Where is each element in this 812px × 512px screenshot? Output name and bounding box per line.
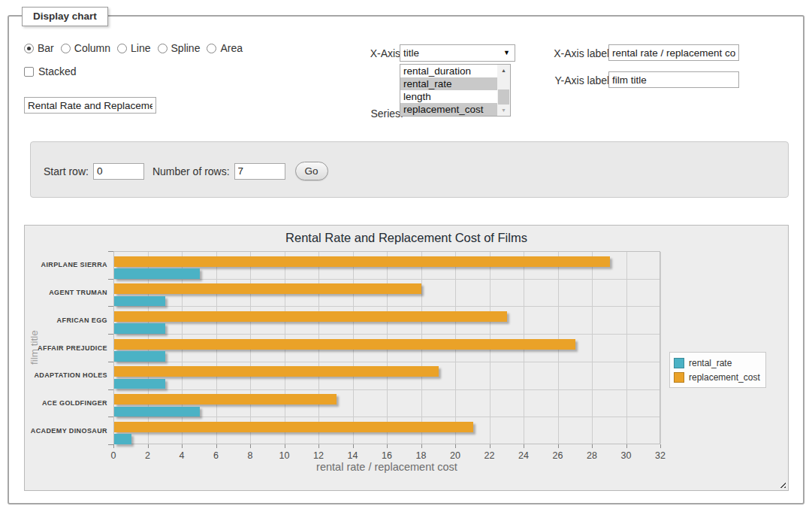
chart-legend: rental_ratereplacement_cost xyxy=(669,352,766,388)
bar-replacement_cost-african-egg xyxy=(114,311,507,322)
y-category-label: AGENT TRUMAN xyxy=(28,289,107,296)
x-tick-mark xyxy=(182,444,183,448)
bar-rental_rate-affair-prejudice xyxy=(114,351,165,362)
x-tick-mark xyxy=(318,444,319,448)
gridline xyxy=(114,362,660,362)
bar-replacement_cost-adaptation-holes xyxy=(114,366,439,377)
gridline xyxy=(660,252,661,444)
chart-title: Rental Rate and Replacement Cost of Film… xyxy=(25,231,788,245)
y-tick-mark xyxy=(108,279,113,280)
x-tick-mark xyxy=(490,444,491,448)
y-axis-label-input[interactable] xyxy=(608,71,739,88)
x-tick-mark xyxy=(216,444,217,448)
bar-replacement_cost-airplane-sierra xyxy=(114,256,610,267)
listbox-option-rental_rate[interactable]: rental_rate xyxy=(400,77,497,90)
x-tick-label: 8 xyxy=(237,450,263,461)
chart-type-option-bar[interactable]: Bar xyxy=(24,42,54,54)
listbox-option-replacement_cost[interactable]: replacement_cost xyxy=(400,103,497,116)
gridline xyxy=(114,417,660,417)
fieldset-legend: Display chart xyxy=(22,7,108,26)
x-axis-field-label: X-Axis: xyxy=(328,47,403,59)
x-axis-select[interactable]: title ▼ xyxy=(400,44,515,62)
x-tick-label: 12 xyxy=(306,450,331,461)
y-axis-title: film title xyxy=(29,330,40,365)
chart-type-option-line[interactable]: Line xyxy=(117,42,150,54)
scroll-thumb[interactable] xyxy=(498,89,509,105)
x-tick-mark xyxy=(113,444,114,448)
gridline xyxy=(626,252,627,444)
display-chart-fieldset: Display chart BarColumnLineSplineArea St… xyxy=(8,15,804,504)
x-tick-mark xyxy=(148,444,149,448)
x-tick-mark xyxy=(250,444,251,448)
x-axis-label-input[interactable] xyxy=(608,44,739,61)
x-tick-label: 28 xyxy=(579,450,605,461)
y-tick-mark xyxy=(108,417,113,417)
x-tick-label: 18 xyxy=(409,450,434,461)
radio-icon[interactable] xyxy=(158,44,168,53)
bar-rental_rate-agent-truman xyxy=(114,296,165,307)
chart-type-option-spline[interactable]: Spline xyxy=(158,42,201,54)
x-tick-label: 4 xyxy=(169,450,195,461)
chart-title-input[interactable] xyxy=(24,97,156,114)
legend-item: rental_rate xyxy=(674,356,760,370)
y-tick-mark xyxy=(108,334,113,335)
gridline xyxy=(592,252,593,444)
chart-type-radio-group: BarColumnLineSplineArea xyxy=(24,42,243,54)
rows-controls: Start row: Number of rows: Go xyxy=(44,162,328,180)
chart-type-label: Area xyxy=(220,42,243,54)
y-tick-mark xyxy=(108,251,113,252)
stacked-checkbox-row[interactable]: Stacked xyxy=(24,65,77,77)
go-button[interactable]: Go xyxy=(295,162,328,180)
x-tick-label: 24 xyxy=(511,450,536,461)
chart-panel: Rental Rate and Replacement Cost of Film… xyxy=(24,225,789,491)
x-axis-select-value: title xyxy=(403,47,419,59)
listbox-scrollbar[interactable]: ▲ ▼ xyxy=(497,65,510,116)
chart-type-option-column[interactable]: Column xyxy=(61,42,110,54)
start-row-input[interactable] xyxy=(93,163,144,180)
bar-rental_rate-academy-dinosaur xyxy=(114,434,131,444)
y-category-label: AFRICAN EGG xyxy=(28,317,107,324)
bar-replacement_cost-ace-goldfinger xyxy=(114,394,337,404)
x-axis-label-field-label: X-Axis label: xyxy=(533,47,612,59)
x-tick-mark xyxy=(524,444,524,448)
x-tick-mark xyxy=(285,444,285,448)
chevron-down-icon: ▼ xyxy=(503,50,510,56)
legend-swatch-rental_rate xyxy=(674,358,684,368)
y-axis-label-field-label: Y-Axis label: xyxy=(533,74,612,86)
x-tick-label: 30 xyxy=(614,450,639,461)
stacked-checkbox[interactable] xyxy=(24,67,34,77)
x-tick-label: 14 xyxy=(340,450,366,461)
series-listbox[interactable]: rental_durationrental_ratelengthreplacem… xyxy=(400,64,511,117)
x-tick-mark xyxy=(558,444,559,448)
num-rows-label: Number of rows: xyxy=(152,165,230,177)
chart-type-option-area[interactable]: Area xyxy=(207,42,243,54)
radio-icon[interactable] xyxy=(207,44,216,53)
radio-icon[interactable] xyxy=(117,44,127,53)
series-listbox-items: rental_durationrental_ratelengthreplacem… xyxy=(400,65,497,116)
plot-area xyxy=(113,251,660,444)
listbox-option-length[interactable]: length xyxy=(400,90,497,103)
num-rows-input[interactable] xyxy=(234,163,285,180)
scroll-down-icon[interactable]: ▼ xyxy=(497,105,510,116)
legend-label: rental_rate xyxy=(689,358,732,368)
legend-item: replacement_cost xyxy=(674,370,760,384)
rows-panel: Start row: Number of rows: Go xyxy=(30,141,789,198)
x-axis-title: rental rate / replacement cost xyxy=(113,461,660,473)
chart-type-label: Spline xyxy=(171,42,201,54)
y-category-label: ACE GOLDFINGER xyxy=(28,399,107,407)
scroll-up-icon[interactable]: ▲ xyxy=(497,65,510,76)
x-tick-label: 6 xyxy=(204,450,229,461)
y-tick-mark xyxy=(108,362,113,362)
resize-handle-icon[interactable] xyxy=(777,480,786,488)
chart-type-label: Bar xyxy=(38,42,54,54)
gridline xyxy=(114,334,660,335)
x-tick-label: 20 xyxy=(442,450,468,461)
listbox-option-rental_duration[interactable]: rental_duration xyxy=(400,65,497,77)
radio-icon[interactable] xyxy=(61,44,71,53)
series-field-label: Series: xyxy=(328,108,403,120)
bar-rental_rate-ace-goldfinger xyxy=(114,407,200,417)
stacked-label: Stacked xyxy=(38,65,77,77)
y-tick-mark xyxy=(108,306,113,307)
radio-icon[interactable] xyxy=(24,44,34,53)
y-category-label: ADAPTATION HOLES xyxy=(28,371,107,379)
